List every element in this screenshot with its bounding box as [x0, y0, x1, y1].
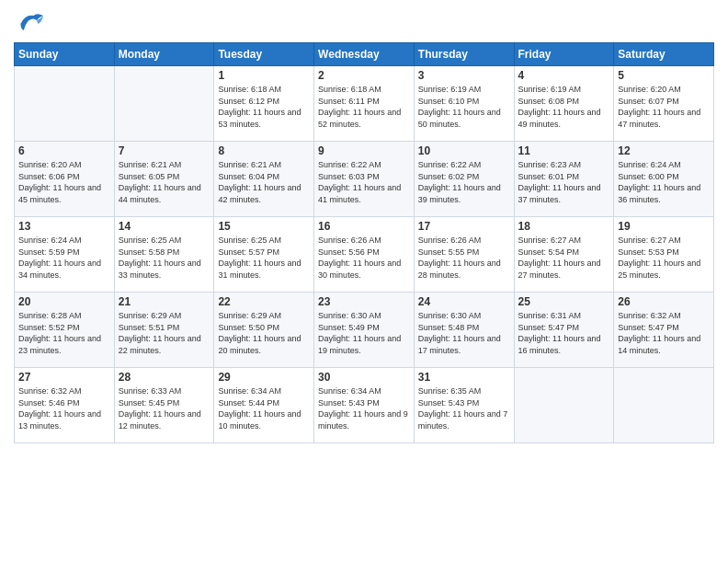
calendar-cell: 11Sunrise: 6:23 AMSunset: 6:01 PMDayligh… [514, 142, 614, 217]
day-number: 22 [218, 295, 310, 308]
calendar-cell: 20Sunrise: 6:28 AMSunset: 5:52 PMDayligh… [15, 293, 115, 368]
day-number: 10 [418, 144, 510, 157]
calendar-cell: 22Sunrise: 6:29 AMSunset: 5:50 PMDayligh… [214, 293, 314, 368]
calendar-cell: 2Sunrise: 6:18 AMSunset: 6:11 PMDaylight… [314, 66, 415, 142]
header [14, 9, 714, 37]
day-header-friday: Friday [514, 43, 614, 66]
day-number: 7 [119, 144, 210, 157]
calendar-cell: 10Sunrise: 6:22 AMSunset: 6:02 PMDayligh… [414, 142, 514, 217]
day-number: 14 [119, 220, 210, 233]
day-number: 25 [518, 295, 610, 308]
calendar-week-4: 27Sunrise: 6:32 AMSunset: 5:46 PMDayligh… [15, 368, 714, 443]
day-header-monday: Monday [114, 43, 214, 66]
calendar-cell: 19Sunrise: 6:27 AMSunset: 5:53 PMDayligh… [614, 217, 714, 293]
logo [14, 9, 51, 37]
day-number: 29 [218, 371, 310, 384]
day-number: 23 [318, 295, 410, 308]
day-number: 19 [618, 220, 710, 233]
day-number: 8 [218, 144, 310, 157]
day-header-sunday: Sunday [15, 43, 115, 66]
calendar-cell: 7Sunrise: 6:21 AMSunset: 6:05 PMDaylight… [114, 142, 214, 217]
calendar-cell: 13Sunrise: 6:24 AMSunset: 5:59 PMDayligh… [15, 217, 115, 293]
day-info: Sunrise: 6:34 AMSunset: 5:44 PMDaylight:… [218, 385, 310, 431]
calendar-cell: 12Sunrise: 6:24 AMSunset: 6:00 PMDayligh… [614, 142, 714, 217]
calendar-cell: 23Sunrise: 6:30 AMSunset: 5:49 PMDayligh… [314, 293, 415, 368]
day-number: 1 [218, 69, 310, 82]
day-number: 27 [18, 371, 110, 384]
day-info: Sunrise: 6:30 AMSunset: 5:48 PMDaylight:… [418, 310, 510, 356]
day-info: Sunrise: 6:22 AMSunset: 6:02 PMDaylight:… [418, 159, 510, 205]
day-info: Sunrise: 6:35 AMSunset: 5:43 PMDaylight:… [418, 385, 510, 431]
day-info: Sunrise: 6:20 AMSunset: 6:06 PMDaylight:… [18, 159, 110, 205]
day-info: Sunrise: 6:24 AMSunset: 6:00 PMDaylight:… [618, 159, 710, 205]
calendar-week-2: 13Sunrise: 6:24 AMSunset: 5:59 PMDayligh… [15, 217, 714, 293]
day-number: 3 [418, 69, 510, 82]
calendar-cell: 21Sunrise: 6:29 AMSunset: 5:51 PMDayligh… [114, 293, 214, 368]
day-info: Sunrise: 6:26 AMSunset: 5:56 PMDaylight:… [318, 235, 410, 281]
day-info: Sunrise: 6:32 AMSunset: 5:47 PMDaylight:… [618, 310, 710, 356]
calendar-cell: 24Sunrise: 6:30 AMSunset: 5:48 PMDayligh… [414, 293, 514, 368]
day-header-saturday: Saturday [614, 43, 714, 66]
calendar-cell: 5Sunrise: 6:20 AMSunset: 6:07 PMDaylight… [614, 66, 714, 142]
calendar-cell [114, 66, 214, 142]
calendar-week-3: 20Sunrise: 6:28 AMSunset: 5:52 PMDayligh… [15, 293, 714, 368]
calendar-cell: 27Sunrise: 6:32 AMSunset: 5:46 PMDayligh… [15, 368, 115, 443]
day-number: 17 [418, 220, 510, 233]
day-info: Sunrise: 6:20 AMSunset: 6:07 PMDaylight:… [618, 84, 710, 130]
day-number: 21 [119, 295, 210, 308]
day-number: 12 [618, 144, 710, 157]
calendar-cell: 16Sunrise: 6:26 AMSunset: 5:56 PMDayligh… [314, 217, 415, 293]
day-number: 4 [518, 69, 610, 82]
calendar-cell: 31Sunrise: 6:35 AMSunset: 5:43 PMDayligh… [414, 368, 514, 443]
day-header-tuesday: Tuesday [214, 43, 314, 66]
calendar-header-row: SundayMondayTuesdayWednesdayThursdayFrid… [15, 43, 714, 66]
day-number: 18 [518, 220, 610, 233]
calendar-cell: 25Sunrise: 6:31 AMSunset: 5:47 PMDayligh… [514, 293, 614, 368]
day-info: Sunrise: 6:21 AMSunset: 6:05 PMDaylight:… [119, 159, 210, 205]
day-info: Sunrise: 6:29 AMSunset: 5:50 PMDaylight:… [218, 310, 310, 356]
calendar-cell [15, 66, 115, 142]
calendar-cell: 29Sunrise: 6:34 AMSunset: 5:44 PMDayligh… [214, 368, 314, 443]
day-info: Sunrise: 6:33 AMSunset: 5:45 PMDaylight:… [119, 385, 210, 431]
day-number: 9 [318, 144, 410, 157]
day-info: Sunrise: 6:22 AMSunset: 6:03 PMDaylight:… [318, 159, 410, 205]
day-header-thursday: Thursday [414, 43, 514, 66]
calendar-cell: 26Sunrise: 6:32 AMSunset: 5:47 PMDayligh… [614, 293, 714, 368]
day-number: 20 [18, 295, 110, 308]
day-number: 28 [119, 371, 210, 384]
day-info: Sunrise: 6:31 AMSunset: 5:47 PMDaylight:… [518, 310, 610, 356]
day-info: Sunrise: 6:32 AMSunset: 5:46 PMDaylight:… [18, 385, 110, 431]
day-number: 31 [418, 371, 510, 384]
day-header-wednesday: Wednesday [314, 43, 415, 66]
day-info: Sunrise: 6:29 AMSunset: 5:51 PMDaylight:… [119, 310, 210, 356]
day-info: Sunrise: 6:23 AMSunset: 6:01 PMDaylight:… [518, 159, 610, 205]
day-number: 15 [218, 220, 310, 233]
day-number: 26 [618, 295, 710, 308]
calendar-cell: 17Sunrise: 6:26 AMSunset: 5:55 PMDayligh… [414, 217, 514, 293]
calendar-cell: 28Sunrise: 6:33 AMSunset: 5:45 PMDayligh… [114, 368, 214, 443]
calendar-cell: 1Sunrise: 6:18 AMSunset: 6:12 PMDaylight… [214, 66, 314, 142]
day-info: Sunrise: 6:25 AMSunset: 5:57 PMDaylight:… [218, 235, 310, 281]
calendar-cell [514, 368, 614, 443]
day-info: Sunrise: 6:24 AMSunset: 5:59 PMDaylight:… [18, 235, 110, 281]
day-info: Sunrise: 6:18 AMSunset: 6:12 PMDaylight:… [218, 84, 310, 130]
day-info: Sunrise: 6:27 AMSunset: 5:53 PMDaylight:… [618, 235, 710, 281]
day-info: Sunrise: 6:30 AMSunset: 5:49 PMDaylight:… [318, 310, 410, 356]
calendar-cell: 30Sunrise: 6:34 AMSunset: 5:43 PMDayligh… [314, 368, 415, 443]
calendar-container: SundayMondayTuesdayWednesdayThursdayFrid… [0, 0, 728, 453]
day-info: Sunrise: 6:21 AMSunset: 6:04 PMDaylight:… [218, 159, 310, 205]
calendar-table: SundayMondayTuesdayWednesdayThursdayFrid… [14, 42, 714, 443]
calendar-cell [614, 368, 714, 443]
calendar-cell: 8Sunrise: 6:21 AMSunset: 6:04 PMDaylight… [214, 142, 314, 217]
calendar-cell: 6Sunrise: 6:20 AMSunset: 6:06 PMDaylight… [15, 142, 115, 217]
day-number: 2 [318, 69, 410, 82]
logo-bird-icon [14, 9, 47, 37]
calendar-cell: 18Sunrise: 6:27 AMSunset: 5:54 PMDayligh… [514, 217, 614, 293]
day-number: 13 [18, 220, 110, 233]
day-info: Sunrise: 6:25 AMSunset: 5:58 PMDaylight:… [119, 235, 210, 281]
day-number: 11 [518, 144, 610, 157]
calendar-cell: 14Sunrise: 6:25 AMSunset: 5:58 PMDayligh… [114, 217, 214, 293]
day-info: Sunrise: 6:18 AMSunset: 6:11 PMDaylight:… [318, 84, 410, 130]
day-number: 5 [618, 69, 710, 82]
calendar-cell: 9Sunrise: 6:22 AMSunset: 6:03 PMDaylight… [314, 142, 415, 217]
